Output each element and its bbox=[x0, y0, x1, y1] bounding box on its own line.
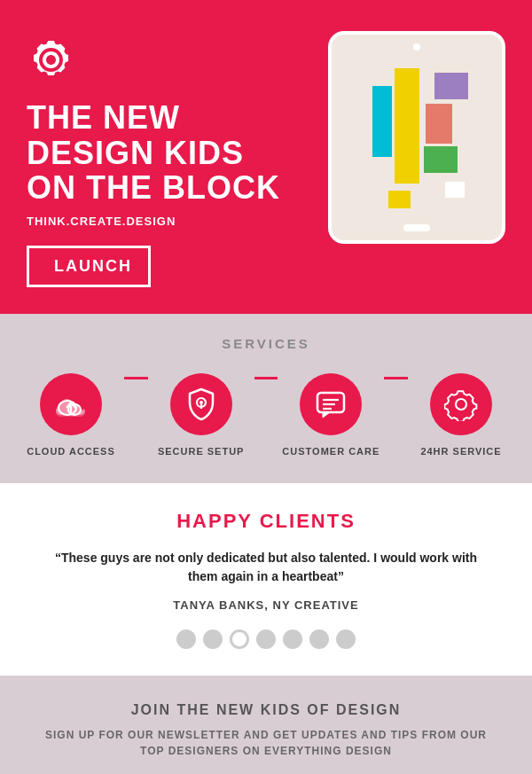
hero-section: THE NEWDESIGN KIDSON THE BLOCK THINK.CRE… bbox=[0, 0, 532, 314]
hero-subtitle: THINK.CREATE.DESIGN bbox=[27, 215, 280, 228]
dot-6[interactable] bbox=[309, 629, 329, 649]
newsletter-subtitle: SIGN UP FOR OUR NEWSLETTER AND GET UPDAT… bbox=[35, 727, 497, 759]
dot-2[interactable] bbox=[203, 629, 223, 649]
service-gear-icon bbox=[444, 387, 478, 421]
dot-3-active[interactable] bbox=[230, 629, 249, 649]
services-title: SERVICES bbox=[18, 336, 514, 351]
launch-button[interactable]: LAUNCH bbox=[27, 246, 151, 287]
svg-point-10 bbox=[456, 399, 466, 410]
hero-tablet bbox=[328, 27, 505, 244]
tablet-illustration bbox=[328, 31, 505, 244]
service-connector-1 bbox=[124, 377, 148, 379]
service-connector-2 bbox=[254, 377, 278, 379]
carousel-dots bbox=[35, 629, 497, 649]
24hr-service-circle bbox=[430, 373, 492, 435]
secure-setup-circle bbox=[170, 373, 232, 435]
shield-lock-icon bbox=[186, 387, 216, 421]
services-icons-row: CLOUD ACCESS SECURE SETUP bbox=[18, 373, 514, 457]
chat-icon bbox=[314, 389, 348, 419]
hero-title: THE NEWDESIGN KIDSON THE BLOCK bbox=[27, 100, 280, 206]
svg-point-4 bbox=[200, 401, 203, 404]
hero-left: THE NEWDESIGN KIDSON THE BLOCK THINK.CRE… bbox=[27, 27, 280, 287]
dot-4[interactable] bbox=[256, 629, 276, 649]
cloud-upload-icon bbox=[54, 390, 88, 418]
service-connector-3 bbox=[384, 377, 408, 379]
service-label-cloud: CLOUD ACCESS bbox=[27, 446, 115, 457]
clients-section: HAPPY CLIENTS “These guys are not only d… bbox=[0, 483, 532, 676]
service-item-secure: SECURE SETUP bbox=[148, 373, 254, 457]
customer-care-circle bbox=[300, 373, 362, 435]
service-item-24hr: 24HR SERVICE bbox=[408, 373, 514, 457]
newsletter-section: JOIN THE NEW KIDS OF DESIGN SIGN UP FOR … bbox=[0, 676, 532, 774]
dot-7[interactable] bbox=[336, 629, 356, 649]
services-section: SERVICES CLOUD ACCESS bbox=[0, 314, 532, 483]
service-label-24hr: 24HR SERVICE bbox=[420, 446, 501, 457]
gear-icon bbox=[27, 35, 75, 84]
clients-title: HAPPY CLIENTS bbox=[35, 510, 497, 533]
dot-1[interactable] bbox=[176, 629, 196, 649]
cloud-access-circle bbox=[40, 373, 102, 435]
newsletter-title: JOIN THE NEW KIDS OF DESIGN bbox=[35, 702, 497, 718]
service-label-care: CUSTOMER CARE bbox=[282, 446, 379, 457]
tablet-screen bbox=[346, 59, 488, 223]
dot-5[interactable] bbox=[283, 629, 302, 649]
service-label-secure: SECURE SETUP bbox=[158, 446, 245, 457]
service-item-care: CUSTOMER CARE bbox=[278, 373, 384, 457]
clients-quote: “These guys are not only dedicated but a… bbox=[44, 549, 488, 586]
clients-author: TANYA BANKS, NY CREATIVE bbox=[35, 598, 497, 612]
service-item-cloud: CLOUD ACCESS bbox=[18, 373, 124, 457]
